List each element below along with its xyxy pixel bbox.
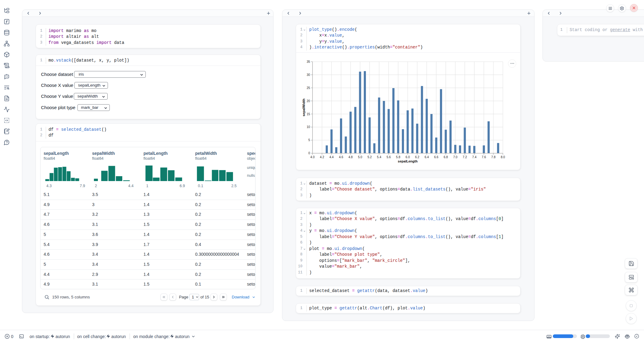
svg-text:4.6: 4.6	[339, 155, 343, 159]
svg-text:4.0: 4.0	[310, 155, 315, 159]
svg-text:0: 0	[308, 151, 310, 155]
svg-text:6.6: 6.6	[434, 155, 438, 159]
svg-text:5: 5	[308, 138, 310, 142]
svg-text:6.2: 6.2	[415, 155, 419, 159]
svg-text:7.0: 7.0	[453, 155, 457, 159]
svg-text:7.2: 7.2	[463, 155, 467, 159]
svg-text:8.0: 8.0	[501, 155, 505, 159]
svg-text:15: 15	[307, 112, 310, 116]
svg-text:10: 10	[307, 125, 310, 129]
svg-text:7.4: 7.4	[472, 155, 477, 159]
svg-text:20: 20	[307, 99, 310, 102]
svg-text:5.0: 5.0	[358, 155, 362, 159]
svg-text:35: 35	[307, 60, 310, 63]
svg-text:sepalWidth: sepalWidth	[302, 98, 306, 116]
svg-text:5.6: 5.6	[387, 155, 391, 159]
svg-text:5.4: 5.4	[377, 155, 381, 159]
svg-text:5.8: 5.8	[396, 155, 400, 159]
svg-text:30: 30	[307, 73, 310, 77]
svg-text:7.8: 7.8	[491, 155, 496, 159]
svg-text:6.4: 6.4	[424, 155, 429, 159]
svg-text:25: 25	[307, 86, 310, 89]
svg-text:6.0: 6.0	[406, 155, 410, 159]
svg-text:4.4: 4.4	[329, 155, 334, 159]
svg-text:6.8: 6.8	[444, 155, 448, 159]
svg-text:sepalLength: sepalLength	[398, 159, 418, 163]
svg-text:4.8: 4.8	[349, 155, 353, 159]
svg-text:7.6: 7.6	[482, 155, 486, 159]
svg-text:4.2: 4.2	[320, 155, 324, 159]
svg-text:5.2: 5.2	[367, 155, 372, 159]
